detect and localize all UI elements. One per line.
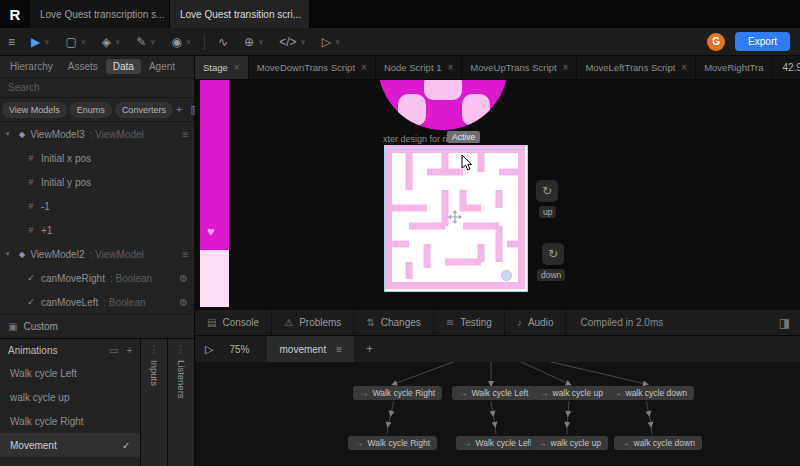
animation-item[interactable]: Walk cycle Right [0,409,140,433]
translate-handle-icon[interactable] [448,210,462,224]
expander-icon[interactable]: ▾ [6,250,14,258]
rive-logo-icon[interactable]: R [0,0,30,28]
add-viewmodel-button[interactable]: + [176,103,182,116]
doc-tab-transcription[interactable]: Love Quest transcription s... × [30,0,170,28]
tab-node-script-1[interactable]: Node Script 1 × [376,56,462,79]
tree-row-boolean[interactable]: ✓ canMoveLeft : Boolean ⚙ [0,290,194,314]
tree-row-viewmodel2[interactable]: ▾ ◆ ViewModel2 : ViewModel ≡ [0,242,194,266]
gear-icon[interactable]: ⚙ [179,297,188,308]
converters-filter[interactable]: Converters [115,102,173,118]
character-face-artboard[interactable] [378,80,508,130]
close-icon[interactable]: × [361,62,367,73]
artboard-strip[interactable]: ♥ [200,80,229,307]
viewmodel-icon: ◆ [19,130,25,139]
artboard-tool-button[interactable]: ▢∨ [57,28,93,55]
zoom-control[interactable]: 42.9% ∨ [772,56,800,79]
tree-row-property[interactable]: # -1 [0,194,194,218]
add-animation-button[interactable]: + [126,345,132,356]
state-node[interactable]: →walk cycle up [531,436,608,450]
tree-row-viewmodel3[interactable]: ▾ ◆ ViewModel3 : ViewModel ≡ [0,122,194,146]
enums-filter[interactable]: Enums [70,102,112,118]
maze-artboard[interactable] [385,146,527,291]
right-cheek-shape [462,94,490,126]
audio-icon: ♪ [517,317,522,328]
tab-problems[interactable]: ⚠ Problems [272,310,354,335]
add-timeline-button[interactable]: + [354,342,385,356]
tab-console[interactable]: ▤ Console [195,310,272,335]
tab-movedowntrans-script[interactable]: MoveDownTrans Script × [249,56,376,79]
tree-row-property[interactable]: # +1 [0,218,194,242]
stage-canvas[interactable]: ♥ xter design for rive Active [195,80,800,310]
tab-moveuptrans-script[interactable]: MoveUpTrans Script × [462,56,577,79]
artboard-caption[interactable]: xter design for rive [383,134,457,144]
transform-tool-button[interactable]: ⊕∨ [236,28,271,55]
tree-row-property[interactable]: # Initial x pos [0,146,194,170]
state-node[interactable]: →Walk cycle Left [452,386,535,400]
down-control-button[interactable]: ↻ [542,243,564,265]
tab-movelefttrans-script[interactable]: MoveLeftTrans Script × [577,56,696,79]
expander-icon[interactable]: ▾ [6,130,14,138]
animation-label: Walk cycle Right [10,416,84,427]
tab-assets[interactable]: Assets [61,59,105,74]
select-tool-button[interactable]: ▶∨ [23,28,57,55]
chevron-down-icon: ∨ [301,38,306,46]
list-icon[interactable]: ≡ [182,129,188,140]
tab-stage[interactable]: Stage × [195,56,249,79]
tab-moverighttrans-script[interactable]: MoveRightTra [696,56,772,79]
tab-audio[interactable]: ♪ Audio [505,310,567,335]
transition-arrow-icon: → [355,438,364,448]
tree-row-property[interactable]: # Initial y pos [0,170,194,194]
timeline-menu-icon[interactable]: ≡ [336,344,342,355]
list-icon[interactable]: ≡ [182,249,188,260]
panel-layout-icon[interactable]: ◨ [779,316,800,330]
tree-row-boolean[interactable]: ✓ canMoveRight : Boolean ⚙ [0,266,194,290]
state-machine-graph[interactable]: →Walk cycle Right →Walk cycle Left →walk… [195,362,800,466]
tab-changes[interactable]: ⇅ Changes [354,310,433,335]
tab-testing[interactable]: ≋ Testing [434,310,505,335]
state-node[interactable]: →walk cycle down [606,386,694,400]
tab-data[interactable]: Data [106,59,141,74]
folder-icon[interactable]: ▭ [109,345,118,356]
left-cheek-shape [398,94,426,126]
state-node[interactable]: →walk cycle up [533,386,610,400]
export-button[interactable]: Export [735,32,790,51]
main-menu-button[interactable]: ≡ [0,28,23,55]
timeline-bar: ▷ 75% movement ≡ + [195,336,800,362]
doc-tab-transition[interactable]: Love Quest transition scri... × [170,0,310,28]
play-button[interactable]: ▷ [195,343,223,356]
active-badge[interactable]: Active [447,131,480,143]
close-icon[interactable]: × [234,62,240,73]
up-control-button[interactable]: ↻ [536,180,558,202]
tab-agent[interactable]: Agent [142,59,182,74]
close-icon[interactable]: × [309,7,310,21]
shapes-tool-button[interactable]: ◈∨ [94,28,128,55]
viewmodel-name: ViewModel2 [30,249,84,260]
gear-icon[interactable]: ⚙ [179,273,188,284]
up-label: up [539,206,556,218]
state-node[interactable]: →Walk cycle Right [353,386,442,400]
play-tool-button[interactable]: ▷∨ [314,28,348,55]
animation-item-movement[interactable]: Movement ✓ [0,433,140,457]
search-input[interactable] [8,82,186,93]
inputs-panel-strip[interactable]: ⋮ Inputs [140,339,167,466]
playback-speed[interactable]: 75% [223,344,255,355]
animation-item[interactable]: Walk cycle Left [0,361,140,385]
listeners-panel-strip[interactable]: ⋮ Listeners [167,339,194,466]
state-node[interactable]: →Walk cycle Left [456,436,539,450]
animation-item[interactable]: walk cycle up [0,385,140,409]
state-node[interactable]: →Walk cycle Right [348,436,437,450]
close-icon[interactable]: × [447,62,453,73]
curve-tool-button[interactable]: ∿ [210,28,236,55]
pen-tool-button[interactable]: ✎∨ [128,28,163,55]
tab-hierarchy[interactable]: Hierarchy [3,59,60,74]
close-icon[interactable]: × [681,62,687,73]
avatar[interactable]: G [707,33,725,51]
timeline-tab-movement[interactable]: movement ≡ [267,336,354,362]
state-node[interactable]: →walk cycle down [614,436,702,450]
close-icon[interactable]: × [563,62,569,73]
code-tool-button[interactable]: </>∨ [271,28,313,55]
player-character[interactable] [501,270,512,281]
custom-section[interactable]: ▣ Custom [0,314,194,338]
view-models-filter[interactable]: View Models [2,102,67,118]
paint-tool-button[interactable]: ◉∨ [163,28,199,55]
